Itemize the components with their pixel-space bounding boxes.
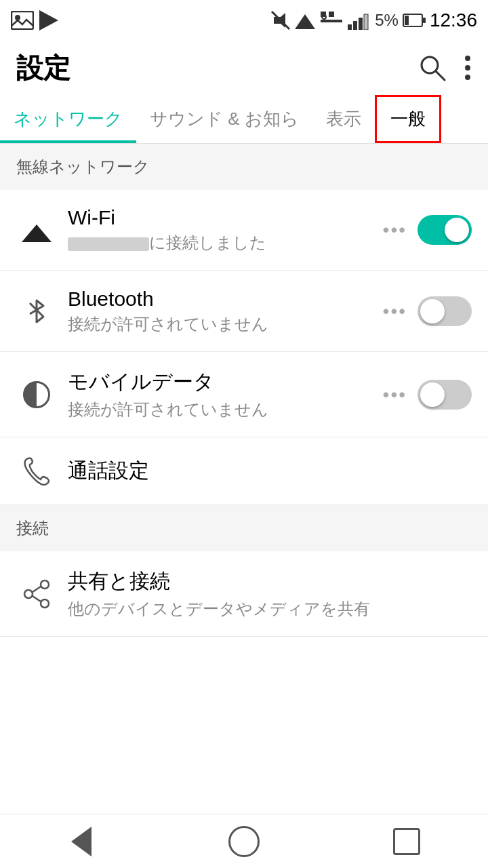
back-icon: [71, 827, 92, 856]
wifi-subtitle: に接続しました: [68, 232, 372, 254]
settings-item-bluetooth[interactable]: Bluetooth 接続が許可されていません •••: [0, 271, 488, 352]
image-icon: [11, 11, 34, 30]
mobile-title: モバイルデータ: [68, 368, 372, 396]
tab-display[interactable]: 表示: [312, 95, 375, 143]
svg-line-28: [33, 596, 41, 601]
svg-marker-2: [39, 10, 58, 31]
svg-point-26: [41, 599, 49, 608]
wifi-text: Wi-Fi に接続しました: [57, 206, 383, 254]
settings-item-wifi[interactable]: Wi-Fi に接続しました •••: [0, 190, 488, 271]
mobile-text: モバイルデータ 接続が許可されていません: [57, 368, 383, 420]
share-subtitle: 他のデバイスとデータやメディアを共有: [68, 598, 461, 620]
bluetooth-text: Bluetooth 接続が許可されていません: [57, 288, 383, 335]
settings-item-mobile[interactable]: モバイルデータ 接続が許可されていません •••: [0, 352, 488, 437]
share-title: 共有と接続: [68, 568, 461, 595]
wifi-signal-icon: [295, 10, 315, 31]
svg-rect-10: [348, 24, 352, 30]
phone-icon: [16, 457, 57, 486]
wifi-icon: [16, 218, 57, 242]
battery-icon: [403, 14, 426, 27]
status-bar-left: [11, 10, 58, 31]
svg-rect-13: [364, 14, 368, 30]
section-header-wireless: 無線ネットワーク: [0, 144, 488, 190]
wifi-toggle-knob: [445, 218, 469, 242]
app-title: 設定: [16, 50, 70, 87]
svg-point-25: [24, 590, 33, 598]
svg-line-19: [436, 71, 445, 80]
mobile-toggle[interactable]: [418, 380, 472, 410]
mobile-toggle-knob: [420, 382, 445, 407]
svg-line-27: [33, 587, 41, 592]
tab-network[interactable]: ネットワーク: [0, 95, 136, 143]
share-text: 共有と接続 他のデバイスとデータやメディアを共有: [57, 568, 472, 620]
svg-point-24: [41, 580, 49, 589]
svg-rect-9: [321, 20, 342, 22]
svg-rect-0: [12, 12, 33, 29]
wifi-more[interactable]: •••: [383, 219, 407, 241]
svg-rect-12: [359, 18, 363, 30]
mobile-subtitle: 接続が許可されていません: [68, 399, 372, 420]
mobile-actions: •••: [383, 380, 472, 410]
wifi-actions: •••: [383, 215, 472, 245]
tab-general[interactable]: 一般: [375, 95, 441, 143]
svg-point-20: [465, 56, 470, 61]
search-icon[interactable]: [418, 53, 447, 83]
home-icon: [228, 826, 260, 857]
svg-rect-7: [329, 12, 334, 17]
battery-percent: 5%: [375, 11, 399, 30]
svg-point-21: [465, 65, 470, 71]
status-bar-right: 5% 12:36: [270, 9, 477, 31]
nav-recent-button[interactable]: [366, 821, 447, 862]
settings-item-call[interactable]: 通話設定: [0, 437, 488, 505]
app-bar: 設定: [0, 41, 488, 95]
status-time: 12:36: [430, 9, 477, 31]
status-bar: 5% 12:36: [0, 0, 488, 41]
svg-rect-16: [405, 16, 409, 25]
mobile-more[interactable]: •••: [383, 384, 407, 406]
bluetooth-toggle-knob: [420, 299, 445, 323]
section-header-connection: 接続: [0, 505, 488, 551]
svg-rect-11: [353, 21, 357, 30]
mobile-icon: [16, 381, 57, 408]
bluetooth-toggle[interactable]: [418, 296, 472, 326]
bluetooth-icon: [16, 295, 57, 328]
mute-icon: [270, 10, 291, 31]
nav-bar: [0, 814, 488, 868]
app-bar-actions: [418, 53, 472, 83]
play-icon: [39, 10, 58, 31]
wifi-blurred: [68, 237, 149, 251]
bluetooth-actions: •••: [383, 296, 472, 326]
tabs-bar: ネットワーク サウンド & お知ら 表示 一般: [0, 95, 488, 144]
settings-item-share[interactable]: 共有と接続 他のデバイスとデータやメディアを共有: [0, 551, 488, 637]
svg-marker-5: [295, 14, 315, 29]
more-icon[interactable]: [464, 53, 472, 83]
svg-rect-17: [423, 18, 426, 23]
signal-bars-icon: [348, 11, 371, 30]
svg-point-22: [465, 75, 470, 80]
share-icon: [16, 579, 57, 609]
tab-sound[interactable]: サウンド & お知ら: [136, 95, 312, 143]
wifi-title: Wi-Fi: [68, 206, 372, 229]
bluetooth-title: Bluetooth: [68, 288, 372, 311]
bluetooth-subtitle: 接続が許可されていません: [68, 313, 372, 335]
call-title: 通話設定: [68, 457, 461, 485]
nav-home-button[interactable]: [203, 821, 285, 862]
wifi-toggle[interactable]: [418, 215, 472, 245]
nav-back-button[interactable]: [41, 821, 122, 862]
call-text: 通話設定: [57, 457, 472, 485]
network-icon: [319, 10, 344, 31]
svg-marker-23: [22, 224, 52, 242]
recent-icon: [393, 828, 420, 855]
bluetooth-more[interactable]: •••: [383, 300, 407, 322]
